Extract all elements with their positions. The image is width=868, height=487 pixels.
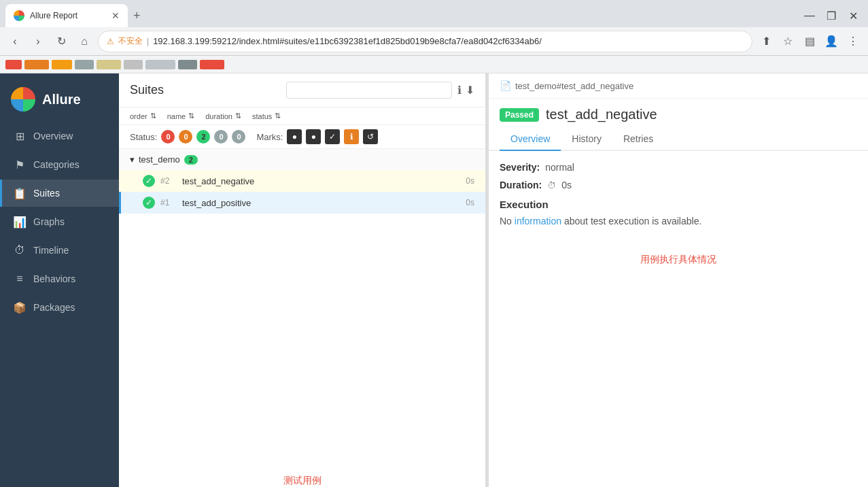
minimize-button[interactable]: —	[800, 6, 819, 25]
mark-icon-4[interactable]: ℹ	[344, 129, 359, 144]
sidebar-toggle-button[interactable]: ▤	[800, 32, 819, 51]
profile-button[interactable]: 👤	[822, 32, 841, 51]
detail-breadcrumb: 📄 test_demo#test_add_negative	[489, 73, 868, 99]
app-container: Allure ⊞ Overview ⚑ Categories 📋 Suites …	[0, 73, 868, 487]
close-tab-button[interactable]: ✕	[111, 10, 120, 21]
main-content: Suites ℹ ⬇ order ⇅ name ⇅ duration	[119, 73, 868, 487]
execution-title: Execution	[500, 199, 857, 210]
suites-header: Suites ℹ ⬇	[119, 73, 485, 107]
allure-logo-text: Allure	[42, 92, 81, 107]
info-button[interactable]: ℹ	[457, 84, 462, 97]
sidebar-item-label-categories: Categories	[33, 159, 80, 170]
tab-history[interactable]: History	[561, 128, 612, 151]
suite-status-passed-0: ✓	[143, 175, 155, 187]
status-badge-passed[interactable]: 2	[196, 130, 210, 144]
filter-duration[interactable]: duration ⇅	[205, 112, 241, 120]
suites-panel: Suites ℹ ⬇ order ⇅ name ⇅ duration	[119, 73, 486, 487]
sidebar: Allure ⊞ Overview ⚑ Categories 📋 Suites …	[0, 73, 119, 487]
status-badge-failed[interactable]: 0	[161, 130, 175, 144]
favicon-icon	[14, 10, 24, 21]
window-controls: — ❐ ✕	[800, 6, 863, 25]
status-badge-unknown[interactable]: 0	[232, 130, 245, 144]
suite-item-0[interactable]: ✓ #2 test_add_negative 0s	[119, 170, 485, 192]
bookmark-7[interactable]	[145, 60, 175, 69]
annotation-cn-right: 用例执行具体情况	[500, 254, 857, 266]
back-button[interactable]: ‹	[5, 32, 24, 51]
tab-retries[interactable]: Retries	[612, 128, 664, 151]
status-label: Status:	[130, 132, 157, 142]
exec-text-no: No	[500, 216, 515, 226]
address-text[interactable]: 192.168.3.199:59212/index.html#suites/e1…	[153, 36, 744, 46]
suites-icon: 📋	[13, 186, 27, 200]
filter-order[interactable]: order ⇅	[130, 112, 156, 120]
sidebar-item-timeline[interactable]: ⏱ Timeline	[0, 237, 119, 264]
categories-icon: ⚑	[13, 158, 27, 171]
group-name: test_demo	[139, 154, 180, 165]
home-button[interactable]: ⌂	[75, 32, 94, 51]
exec-text-rest: about test execution is available.	[561, 216, 701, 226]
packages-icon: 📦	[13, 301, 27, 314]
bookmark-9[interactable]	[200, 60, 224, 69]
bookmarks-bar	[0, 56, 868, 73]
tab-bar: Allure Report ✕ + — ❐ ✕	[0, 0, 868, 27]
share-button[interactable]: ⬆	[757, 32, 776, 51]
restore-button[interactable]: ❐	[822, 6, 841, 25]
severity-field: Severity: normal	[500, 162, 857, 173]
suite-item-1[interactable]: ✓ #1 test_add_positive 0s	[119, 192, 485, 214]
bookmark-button[interactable]: ☆	[778, 32, 797, 51]
sidebar-item-packages[interactable]: 📦 Packages	[0, 294, 119, 321]
detail-tabs: Overview History Retries	[489, 128, 868, 151]
bookmark-6[interactable]	[124, 60, 143, 69]
timeline-icon: ⏱	[13, 244, 27, 257]
browser-chrome: Allure Report ✕ + — ❐ ✕ ‹ › ↻ ⌂ ⚠ 不安全 | …	[0, 0, 868, 73]
mark-icon-1[interactable]: ●	[287, 129, 302, 144]
sidebar-item-overview[interactable]: ⊞ Overview	[0, 122, 119, 150]
status-section: Status: 0 0 2 0 0	[130, 130, 245, 144]
behaviors-icon: ≡	[13, 272, 27, 286]
name-label: name	[167, 112, 186, 120]
bookmark-4[interactable]	[75, 60, 94, 69]
forward-button[interactable]: ›	[29, 32, 48, 51]
bookmark-8[interactable]	[178, 60, 197, 69]
new-tab-button[interactable]: +	[128, 6, 146, 26]
sidebar-item-label-overview: Overview	[33, 131, 73, 141]
sidebar-item-suites[interactable]: 📋 Suites	[0, 180, 119, 207]
suites-title: Suites	[130, 83, 281, 97]
status-badge-skipped[interactable]: 0	[214, 130, 228, 144]
sidebar-item-graphs[interactable]: 📊 Graphs	[0, 208, 119, 235]
mark-icon-5[interactable]: ↺	[363, 129, 378, 144]
passed-badge: Passed	[500, 108, 539, 122]
nav-bar: ‹ › ↻ ⌂ ⚠ 不安全 | 192.168.3.199:59212/inde…	[0, 27, 868, 56]
menu-button[interactable]: ⋮	[844, 32, 863, 51]
suite-group-header[interactable]: ▾ test_demo 2	[119, 149, 485, 170]
tab-overview[interactable]: Overview	[500, 128, 561, 151]
download-button[interactable]: ⬇	[466, 84, 474, 97]
bookmark-1[interactable]	[5, 60, 22, 69]
address-bar[interactable]: ⚠ 不安全 | 192.168.3.199:59212/index.html#s…	[98, 31, 752, 52]
status-marks-row: Status: 0 0 2 0 0 Marks: ● ● ✓ ℹ ↺	[119, 125, 485, 149]
active-tab[interactable]: Allure Report ✕	[5, 4, 128, 27]
order-arrow: ⇅	[150, 112, 156, 120]
exec-text-link[interactable]: information	[515, 216, 561, 226]
sidebar-logo: Allure	[0, 79, 119, 122]
suite-duration-1: 0s	[466, 198, 474, 207]
severity-value: normal	[545, 162, 574, 173]
mark-icon-2[interactable]: ●	[306, 129, 321, 144]
sidebar-item-label-suites: Suites	[33, 188, 60, 199]
security-warning: ⚠	[107, 37, 114, 46]
detail-panel: 📄 test_demo#test_add_negative Passed tes…	[489, 73, 868, 487]
sidebar-item-behaviors[interactable]: ≡ Behaviors	[0, 265, 119, 292]
filter-status[interactable]: status ⇅	[252, 112, 281, 120]
suite-name-1: test_add_positive	[182, 198, 460, 208]
breadcrumb-icon: 📄	[500, 80, 511, 91]
filter-name[interactable]: name ⇅	[167, 112, 195, 120]
bookmark-3[interactable]	[52, 60, 72, 69]
sidebar-item-categories[interactable]: ⚑ Categories	[0, 151, 119, 178]
mark-icon-3[interactable]: ✓	[325, 129, 340, 144]
bookmark-2[interactable]	[24, 60, 49, 69]
bookmark-5[interactable]	[97, 60, 121, 69]
reload-button[interactable]: ↻	[52, 32, 71, 51]
close-button[interactable]: ✕	[844, 6, 863, 25]
status-badge-broken[interactable]: 0	[179, 130, 192, 144]
suites-search-input[interactable]	[286, 82, 452, 99]
